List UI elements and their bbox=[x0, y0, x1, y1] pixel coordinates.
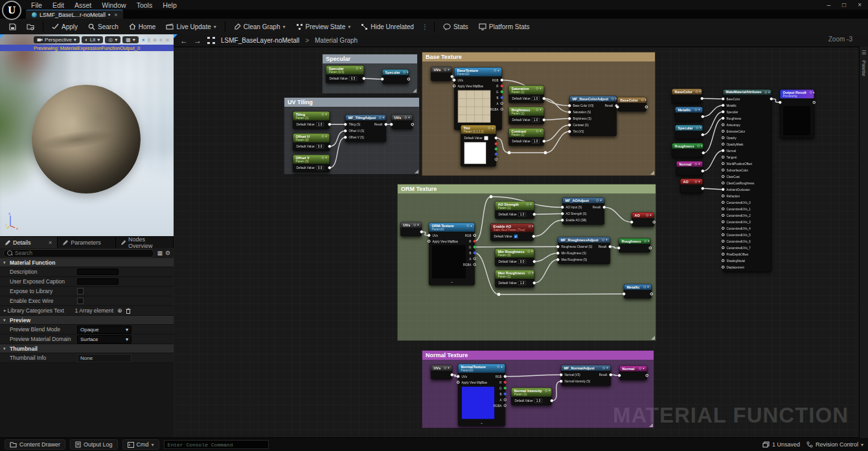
add-element-icon[interactable]: ⊕ bbox=[117, 307, 122, 314]
gear-icon[interactable] bbox=[536, 109, 539, 111]
pin-norm_tex-RGB[interactable] bbox=[504, 375, 507, 379]
console-command-input[interactable]: Enter Console Command bbox=[164, 440, 269, 449]
settings-gear-icon[interactable]: ⚙ bbox=[165, 250, 170, 256]
collapse-icon[interactable]: ▾ bbox=[698, 108, 700, 111]
node-result[interactable]: Output ResultPreviewing▴ bbox=[780, 89, 814, 138]
collapse-icon[interactable]: ▾ bbox=[383, 116, 384, 119]
default-value-input[interactable]: 0.0 bbox=[316, 144, 324, 149]
pin-make-in0[interactable] bbox=[722, 98, 725, 101]
node-spec_param[interactable]: SpecularParam (0.5)▾Default Value0.5 bbox=[326, 65, 364, 83]
collapse-icon[interactable]: ▾ bbox=[407, 71, 408, 74]
pin-make-in6[interactable] bbox=[722, 137, 725, 140]
description-field[interactable] bbox=[77, 269, 119, 275]
grid-view-icon[interactable]: ▦ bbox=[157, 250, 163, 256]
output-log-button[interactable]: Output Log bbox=[70, 439, 118, 450]
node-saturation[interactable]: SaturationParam (1)▾Default Value1.0 bbox=[508, 85, 544, 103]
pin-mf_rough-result[interactable] bbox=[609, 245, 612, 248]
node-header[interactable]: SpecularParam (0.5)▾ bbox=[326, 66, 364, 74]
cmd-dropdown[interactable]: Cmd ▾ bbox=[122, 439, 159, 450]
collapse-icon[interactable]: ▾ bbox=[540, 87, 541, 90]
node-header[interactable]: Roughness▾ bbox=[619, 239, 650, 244]
tab-close-icon[interactable]: × bbox=[114, 12, 117, 18]
gear-icon[interactable] bbox=[695, 163, 698, 166]
node-brightness[interactable]: BrightnessParam (1)▾Default Value1.0 bbox=[508, 107, 544, 124]
maximize-button[interactable]: □ bbox=[842, 1, 846, 8]
pin-tint-A[interactable] bbox=[495, 158, 498, 161]
gear-icon[interactable] bbox=[527, 203, 529, 206]
gear-icon[interactable] bbox=[641, 99, 644, 102]
node-header[interactable]: ORM-TextureParam2D▴ bbox=[429, 223, 475, 232]
pin-offsetv-out[interactable] bbox=[328, 166, 332, 170]
node-uvt_out[interactable]: UVs▾ bbox=[391, 115, 413, 129]
default-value-checkbox[interactable]: ✔ bbox=[514, 234, 518, 239]
close-icon[interactable]: × bbox=[49, 239, 52, 246]
platform-stats-button[interactable]: Platform Stats bbox=[474, 21, 535, 32]
gear-icon[interactable] bbox=[379, 116, 382, 119]
pin-make-in3[interactable] bbox=[722, 117, 725, 120]
node-header[interactable]: Enable AOStatic Bool Param (True)▾ bbox=[491, 224, 534, 232]
pin-contrast-out[interactable] bbox=[543, 140, 546, 143]
gear-icon[interactable] bbox=[697, 145, 700, 148]
expander-icon[interactable]: ▸ bbox=[0, 308, 6, 313]
node-bt_uvs[interactable]: UVs▾ bbox=[431, 67, 452, 81]
default-value-input[interactable]: 0.0 bbox=[316, 166, 324, 170]
pin-base_tex-inp1[interactable] bbox=[453, 85, 456, 88]
gear-icon[interactable] bbox=[765, 91, 768, 94]
node-header[interactable]: Min RoughnessParam (0)▾ bbox=[496, 249, 534, 258]
node-header[interactable]: BaseColor▾ bbox=[672, 89, 702, 94]
gear-icon[interactable] bbox=[597, 199, 599, 202]
gear-icon[interactable] bbox=[611, 98, 614, 100]
gear-icon[interactable] bbox=[644, 286, 646, 289]
pin-ao_out-out[interactable] bbox=[653, 221, 656, 224]
gear-icon[interactable] bbox=[696, 127, 699, 129]
pin-make-in9[interactable] bbox=[722, 156, 725, 159]
pin-result-out[interactable] bbox=[813, 101, 816, 104]
collapse-icon[interactable]: ▾ bbox=[540, 108, 541, 111]
pin-brightness-out[interactable] bbox=[543, 118, 546, 122]
pin-mf_tiling-result[interactable] bbox=[385, 123, 388, 126]
pin-ao_strength-out[interactable] bbox=[533, 213, 536, 216]
pin-rough_out-in[interactable] bbox=[617, 247, 621, 250]
shape-plane-button[interactable]: ◆ bbox=[153, 38, 157, 43]
default-value-input[interactable]: 1.0 bbox=[532, 139, 540, 144]
gear-icon[interactable] bbox=[404, 71, 406, 74]
pin-make-in11[interactable] bbox=[722, 169, 725, 172]
pin-norm_tex-RGBA[interactable] bbox=[504, 404, 507, 408]
gear-icon[interactable] bbox=[603, 367, 606, 369]
node-header[interactable]: Normal IntensityParam (1)▾ bbox=[512, 388, 552, 397]
pin-mf_tiling-in0[interactable] bbox=[344, 123, 347, 126]
section-material-function[interactable]: ▾ Material Function bbox=[0, 258, 174, 267]
collapse-icon[interactable]: ▾ bbox=[615, 97, 617, 100]
node-tint[interactable]: TintParam (1,1,1,1)▴Default Value bbox=[461, 125, 496, 166]
collapse-icon[interactable]: ▾ bbox=[531, 250, 532, 253]
pin-base_tex-A[interactable] bbox=[501, 102, 504, 105]
collapse-icon[interactable]: ▾ bbox=[700, 90, 701, 93]
node-mf_tiling[interactable]: MF_TilingAdjust▾Tiling (S)ResultOffset U… bbox=[345, 115, 386, 142]
breadcrumb-asset[interactable]: LSMF_BaseLayer-noMetall bbox=[221, 37, 299, 44]
node-header[interactable]: Roughness▾ bbox=[672, 144, 703, 149]
pin-uvt_out-out[interactable] bbox=[411, 123, 415, 126]
content-drawer-button[interactable]: Content Drawer bbox=[5, 439, 65, 450]
default-value-input[interactable]: 0.5 bbox=[349, 76, 357, 81]
collapse-icon[interactable]: ▾ bbox=[325, 135, 326, 138]
collapse-icon[interactable]: ▴ bbox=[501, 365, 502, 368]
default-value-input[interactable]: 1.0 bbox=[316, 122, 324, 127]
pin-spec_param-out[interactable] bbox=[363, 77, 366, 80]
section-collapse-icon[interactable]: ▾ bbox=[3, 318, 6, 323]
node-header[interactable]: Specular▾ bbox=[383, 70, 409, 75]
trash-icon[interactable] bbox=[126, 308, 131, 314]
node-make[interactable]: MakeMaterialAttributes▾BaseColorMetallic… bbox=[723, 89, 771, 272]
pin-result-in[interactable] bbox=[779, 101, 782, 104]
node-nt_uvs[interactable]: UVs▾ bbox=[431, 365, 452, 379]
node-orm_uvs[interactable]: UVs▾ bbox=[400, 222, 422, 236]
search-button[interactable]: Search bbox=[83, 21, 124, 32]
collapse-icon[interactable]: ▴ bbox=[813, 91, 814, 94]
pin-basecolor_out-in[interactable] bbox=[616, 105, 619, 109]
pin-make-in21[interactable] bbox=[722, 234, 725, 237]
pin-make-in15[interactable] bbox=[722, 195, 725, 198]
pin-make-in18[interactable] bbox=[722, 214, 725, 217]
gear-icon[interactable] bbox=[444, 69, 447, 71]
preview-material-domain-select[interactable]: Surface ▾ bbox=[77, 335, 131, 344]
back-button[interactable]: ← bbox=[180, 37, 188, 45]
gear-icon[interactable] bbox=[602, 239, 605, 241]
